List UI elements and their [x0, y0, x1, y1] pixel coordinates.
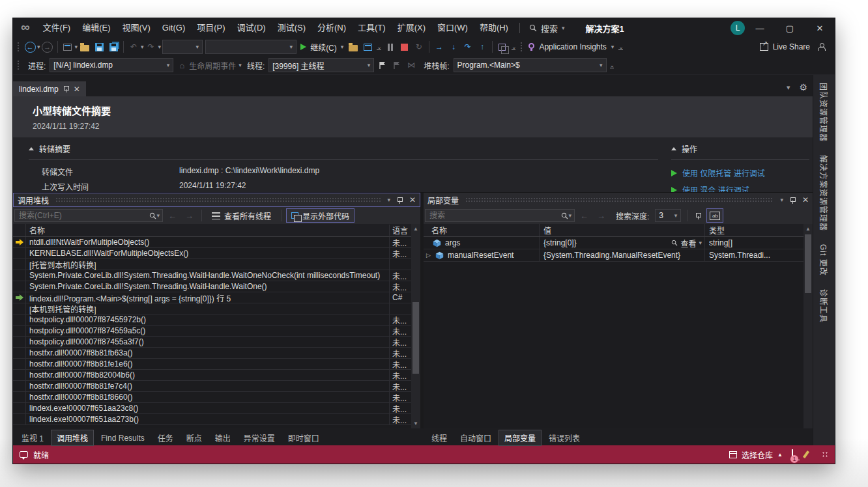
callstack-row[interactable]: System.Private.CoreLib.dll!System.Thread…: [13, 281, 411, 292]
callstack-row[interactable]: [托管到本机的转换]: [13, 259, 411, 270]
text-visualizer-toggle[interactable]: ab: [706, 208, 723, 223]
step-into-button[interactable]: ↓: [446, 40, 461, 54]
resize-grip[interactable]: [822, 451, 828, 458]
language-column-header[interactable]: 语言: [389, 225, 411, 236]
side-tool-tab[interactable]: 解决方案资源管理器: [818, 155, 830, 231]
stop-debugging-button[interactable]: [398, 40, 412, 54]
callstack-row[interactable]: lindexi.dll!Program.<Main>$(string[] arg…: [13, 292, 411, 303]
expand-arrow-icon[interactable]: ▷: [426, 252, 431, 258]
callstack-row[interactable]: hostpolicy.dll!00007ff87455a3f7() 未...: [13, 337, 411, 348]
scrollbar-thumb[interactable]: [412, 302, 419, 374]
search-icon[interactable]: [561, 212, 568, 219]
panel-tab[interactable]: 错误列表: [543, 430, 586, 446]
window-position-icon[interactable]: ▾: [780, 197, 783, 203]
toolbar-overflow-button[interactable]: ⌄: [377, 44, 381, 50]
panel-tab[interactable]: 任务: [152, 430, 179, 446]
callstack-row[interactable]: System.Private.CoreLib.dll!System.Thread…: [13, 270, 411, 281]
callstack-row[interactable]: [本机到托管的转换]: [13, 303, 411, 314]
toolbar-drag-handle[interactable]: [520, 42, 523, 52]
find-in-files-button[interactable]: [346, 40, 360, 54]
menu-item[interactable]: 测试(S): [272, 18, 311, 38]
menu-item[interactable]: 工具(T): [352, 18, 392, 38]
callstack-scrollbar[interactable]: ▲ ▼: [411, 224, 420, 428]
pin-icon[interactable]: [397, 197, 403, 204]
callstack-row[interactable]: hostfxr.dll!00007ff8b81fb63a() 未...: [13, 348, 411, 359]
window-position-icon[interactable]: ▾: [387, 197, 390, 203]
locals-row[interactable]: args {string[0]} 查看 ▾: [424, 237, 803, 249]
name-column-header[interactable]: 名称: [424, 224, 540, 236]
panel-tab[interactable]: 异常设置: [238, 430, 281, 446]
value-column-header[interactable]: 值: [540, 225, 704, 236]
side-tool-tab[interactable]: 诊断工具: [818, 289, 830, 323]
scroll-up-icon[interactable]: ▲: [411, 226, 420, 232]
send-feedback-icon[interactable]: [802, 451, 810, 458]
locals-panel-titlebar[interactable]: 局部变量 ▾ ✕: [424, 193, 813, 207]
platform-combobox[interactable]: ▾: [205, 40, 297, 54]
application-insights-button[interactable]: Application Insights ▾: [526, 40, 616, 54]
menu-item[interactable]: 编辑(E): [76, 18, 116, 38]
view-all-threads-button[interactable]: 查看所有线程: [207, 208, 276, 223]
menu-item[interactable]: 项目(P): [191, 18, 231, 38]
section-header[interactable]: 转储摘要: [29, 143, 658, 154]
debug-action-link[interactable]: 使用 仅限托管 进行调试: [671, 167, 809, 178]
pin-icon[interactable]: [63, 85, 69, 92]
callstack-row[interactable]: hostpolicy.dll!00007ff87455972b() 未...: [13, 314, 411, 326]
callstack-row[interactable]: hostpolicy.dll!00007ff874559a5c() 未...: [13, 326, 411, 337]
panel-tab[interactable]: 输出: [209, 430, 237, 446]
scroll-up-icon[interactable]: ▲: [803, 226, 813, 232]
show-external-code-button[interactable]: 显示外部代码: [286, 208, 354, 223]
locals-scrollbar[interactable]: ▲: [803, 224, 813, 428]
toolbar-drag-handle[interactable]: [17, 60, 20, 70]
step-over-button[interactable]: ↷: [461, 40, 475, 54]
side-tool-tab[interactable]: 团队资源管理器: [818, 83, 830, 142]
toolbar-overflow-button[interactable]: ⌄: [618, 44, 623, 50]
panel-tab[interactable]: 自动窗口: [454, 430, 497, 446]
close-icon[interactable]: ✕: [409, 195, 416, 204]
menu-item[interactable]: 文件(F): [37, 18, 77, 38]
titlebar-search[interactable]: 搜索 ▾: [525, 22, 569, 35]
select-repository-button[interactable]: 选择仓库 ▲: [729, 449, 783, 460]
menu-item[interactable]: 扩展(X): [392, 18, 431, 38]
chevron-down-icon[interactable]: ▾: [568, 212, 571, 219]
section-header[interactable]: 操作: [671, 143, 809, 154]
save-all-button[interactable]: [106, 40, 121, 54]
navigate-back-button[interactable]: ←: [23, 40, 37, 54]
menu-item[interactable]: 帮助(H): [474, 18, 514, 38]
flag-threads-button[interactable]: [375, 58, 390, 72]
maximize-button[interactable]: ▢: [775, 18, 805, 38]
view-visualizer-button[interactable]: 查看 ▾: [671, 238, 702, 249]
menu-item[interactable]: 视图(V): [117, 18, 156, 38]
feedback-icon[interactable]: [20, 451, 28, 458]
user-avatar[interactable]: L: [731, 21, 745, 35]
panel-tab[interactable]: 调用堆栈: [51, 430, 94, 446]
side-tool-tab[interactable]: Git 更改: [818, 244, 830, 276]
menu-item[interactable]: 调试(D): [231, 18, 272, 38]
close-button[interactable]: ✕: [805, 18, 835, 38]
step-out-button[interactable]: ↑: [475, 40, 489, 54]
toolbar-drag-handle[interactable]: [17, 42, 20, 52]
gear-icon[interactable]: ⚙: [799, 82, 807, 92]
callstack-search-input[interactable]: [15, 211, 149, 220]
search-icon[interactable]: [149, 212, 156, 219]
live-share-button[interactable]: Live Share: [756, 40, 814, 54]
document-tab[interactable]: lindexi.dmp ✕: [13, 81, 86, 96]
show-next-statement-button[interactable]: →: [432, 40, 446, 54]
scrollbar-thumb[interactable]: [805, 234, 811, 293]
panel-tab[interactable]: 线程: [426, 430, 453, 446]
callstack-row[interactable]: ntdll.dll!NtWaitForMultipleObjects() 未..…: [13, 237, 411, 248]
menu-item[interactable]: 分析(N): [311, 18, 352, 38]
name-column-header[interactable]: 名称: [26, 225, 389, 236]
open-file-button[interactable]: [78, 40, 92, 54]
tab-list-dropdown-icon[interactable]: ▾: [787, 83, 790, 92]
panel-tab[interactable]: 即时窗口: [282, 430, 325, 446]
callstack-row[interactable]: hostfxr.dll!00007ff8b81fe1e6() 未...: [13, 359, 411, 370]
continue-button[interactable]: 继续(C) ▾: [298, 40, 346, 54]
thread-combobox[interactable]: [39996] 主线程▾: [268, 58, 374, 72]
callstack-row[interactable]: lindexi.exe!00007ff651aa23c8() 未...: [13, 403, 411, 414]
new-project-button[interactable]: [61, 40, 75, 54]
panel-tab[interactable]: 监视 1: [16, 430, 50, 446]
minimize-button[interactable]: —: [745, 18, 775, 38]
callstack-row[interactable]: hostfxr.dll!00007ff8b82004b6() 未...: [13, 370, 411, 381]
menu-item[interactable]: 窗口(W): [431, 18, 474, 38]
stack-frame-combobox[interactable]: Program.<Main>$▾: [454, 58, 607, 72]
